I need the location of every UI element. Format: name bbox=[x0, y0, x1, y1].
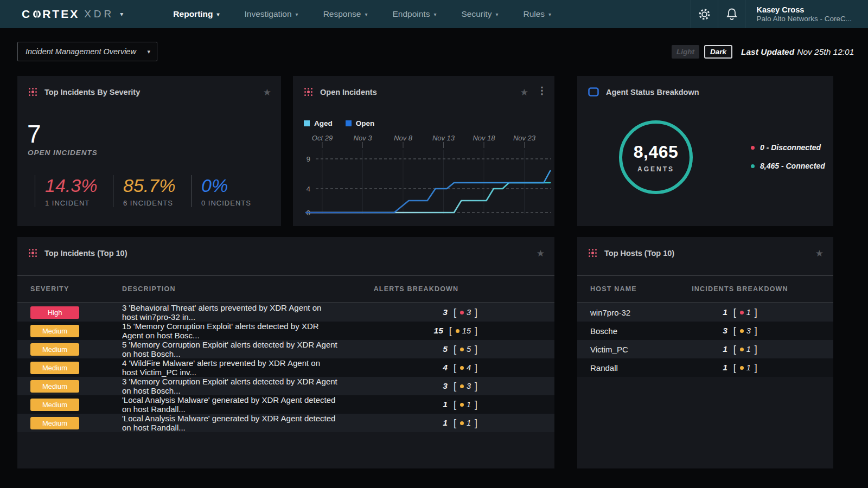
favorite-star-icon[interactable]: ★ bbox=[520, 87, 528, 98]
card-header: Agent Status Breakdown bbox=[577, 76, 833, 97]
nav-menu-item[interactable]: Reporting ▾ bbox=[173, 9, 219, 19]
widget-dots-icon bbox=[28, 87, 37, 97]
open-incident-count-label: OPEN INCIDENTS bbox=[28, 149, 98, 157]
host-name: win7pro-32 bbox=[577, 308, 686, 317]
severity-badge: Medium bbox=[30, 325, 79, 337]
chart-legend: Aged Open bbox=[304, 119, 374, 127]
severity-stat[interactable]: 85.7% 6 INCIDENTS bbox=[113, 175, 191, 207]
alert-dot bbox=[460, 348, 464, 351]
settings-button[interactable] bbox=[691, 0, 718, 28]
svg-text:9: 9 bbox=[307, 155, 310, 163]
nav-menu-item[interactable]: Endpoints ▾ bbox=[392, 9, 436, 19]
card-open-incidents: Open Incidents ★ ⋮ Aged Open Oct 29Nov 3… bbox=[293, 76, 554, 226]
agents-legend-item[interactable]: 8,465 - Connected bbox=[751, 162, 825, 170]
nav-menu: Reporting ▾ Investigation ▾ Response ▾ E… bbox=[173, 9, 551, 19]
chevron-down-icon: ▾ bbox=[495, 11, 498, 17]
host-name: Bosche bbox=[577, 326, 686, 336]
severity-stat[interactable]: 0% 0 INCIDENTS bbox=[191, 175, 269, 207]
favorite-star-icon[interactable]: ★ bbox=[537, 248, 545, 259]
incidents-table-body: High 3 'Behavioral Threat' alerts preven… bbox=[17, 303, 554, 432]
dashboard-selector-value: Incident Management Overview bbox=[18, 47, 147, 56]
theme-and-updated: Light Dark Last UpdatedNov 25th 12:01 bbox=[672, 45, 854, 59]
incident-row[interactable]: Medium 'Local Analysis Malware' generate… bbox=[17, 414, 554, 432]
legend-item[interactable]: Aged bbox=[304, 119, 333, 127]
favorite-star-icon[interactable]: ★ bbox=[263, 87, 271, 98]
incident-description: 5 'Memory Corruption Exploit' alerts det… bbox=[122, 340, 337, 358]
incident-row[interactable]: Medium 3 'Memory Corruption Exploit' ale… bbox=[17, 377, 554, 395]
severity-badge: Medium bbox=[30, 417, 79, 429]
card-header: Top Incidents By Severity bbox=[17, 76, 281, 97]
incident-dot bbox=[740, 348, 744, 351]
alert-dot bbox=[460, 311, 464, 314]
card-top-hosts-table: Top Hosts (Top 10) ★ HOST NAME INCIDENTS… bbox=[577, 237, 833, 468]
host-row[interactable]: Randall 1 [ 1 ] bbox=[577, 358, 833, 377]
legend-swatch bbox=[304, 120, 310, 126]
svg-text:Oct 29: Oct 29 bbox=[312, 134, 333, 142]
card-agent-status-breakdown: Agent Status Breakdown 8,465 AGENTS 0 - … bbox=[577, 76, 833, 226]
card-header: Top Hosts (Top 10) bbox=[577, 237, 833, 258]
severity-percent: 14.3% bbox=[45, 175, 113, 196]
light-theme-button[interactable]: Light bbox=[672, 45, 699, 59]
incident-row[interactable]: High 3 'Behavioral Threat' alerts preven… bbox=[17, 303, 554, 322]
card-title: Agent Status Breakdown bbox=[606, 88, 699, 97]
agents-total: 8,465 bbox=[634, 142, 679, 162]
last-updated: Last UpdatedNov 25th 12:01 bbox=[741, 47, 854, 57]
severity-count-label: 6 INCIDENTS bbox=[123, 199, 191, 207]
host-row[interactable]: win7pro-32 1 [ 1 ] bbox=[577, 303, 833, 322]
favorite-star-icon[interactable]: ★ bbox=[815, 248, 824, 259]
incident-description: 3 'Behavioral Threat' alerts prevented b… bbox=[122, 303, 337, 322]
host-row[interactable]: Bosche 3 [ 3 ] bbox=[577, 322, 833, 340]
svg-text:4: 4 bbox=[307, 185, 310, 193]
severity-stats: 14.3% 1 INCIDENT 85.7% 6 INCIDENTS 0% 0 … bbox=[35, 175, 269, 207]
dashboard-selector[interactable]: Incident Management Overview ▾ bbox=[17, 42, 157, 61]
host-name: Victim_PC bbox=[577, 345, 686, 354]
card-top-incidents-by-severity: Top Incidents By Severity ★ 7 OPEN INCID… bbox=[17, 76, 281, 226]
user-name: Kasey Cross bbox=[756, 5, 852, 15]
incident-row[interactable]: Medium 4 'WildFire Malware' alerts preve… bbox=[17, 358, 554, 377]
widget-dots-icon bbox=[588, 248, 597, 258]
chevron-down-icon: ▾ bbox=[296, 11, 298, 17]
alerts-breakdown: 3 [ 3 ] bbox=[337, 381, 495, 392]
alerts-breakdown: 3 [ 3 ] bbox=[337, 307, 495, 318]
card-top-incidents-table: Top Incidents (Top 10) ★ SEVERITY DESCRI… bbox=[17, 237, 554, 468]
agents-legend-item[interactable]: 0 - Disconnected bbox=[751, 143, 825, 152]
incident-dot bbox=[740, 329, 744, 333]
widget-dots-icon bbox=[28, 248, 37, 258]
nav-menu-item[interactable]: Response ▾ bbox=[323, 9, 368, 19]
severity-stat[interactable]: 14.3% 1 INCIDENT bbox=[35, 175, 113, 207]
dark-theme-button[interactable]: Dark bbox=[704, 45, 732, 59]
nav-menu-item[interactable]: Investigation ▾ bbox=[245, 9, 298, 19]
incident-row[interactable]: Medium 15 'Memory Corruption Exploit' al… bbox=[17, 322, 554, 340]
cortex-xdr-logo[interactable]: CRTEX XDR ▾ bbox=[22, 8, 123, 21]
chevron-down-icon: ▾ bbox=[217, 11, 220, 17]
card-header: Top Incidents (Top 10) bbox=[17, 237, 554, 258]
legend-item[interactable]: Open bbox=[346, 119, 375, 127]
column-header-alerts-breakdown: ALERTS BREAKDOWN bbox=[337, 285, 495, 293]
incident-row[interactable]: Medium 'Local Analysis Malware' generate… bbox=[17, 395, 554, 414]
nav-menu-item[interactable]: Rules ▾ bbox=[523, 9, 551, 19]
card-title: Top Incidents By Severity bbox=[44, 88, 140, 97]
logo-product: XDR bbox=[84, 8, 114, 20]
incidents-breakdown: 1 [ 1 ] bbox=[686, 344, 794, 355]
alert-dot bbox=[460, 366, 464, 370]
incident-row[interactable]: Medium 5 'Memory Corruption Exploit' ale… bbox=[17, 340, 554, 358]
card-title: Top Hosts (Top 10) bbox=[604, 249, 674, 258]
agents-total-label: AGENTS bbox=[637, 165, 674, 173]
legend-dot bbox=[751, 146, 755, 150]
nav-menu-item[interactable]: Security ▾ bbox=[461, 9, 498, 19]
card-header: Open Incidents bbox=[293, 76, 554, 97]
kebab-menu-icon[interactable]: ⋮ bbox=[537, 86, 547, 95]
severity-badge: Medium bbox=[30, 399, 79, 411]
cortex-o-icon bbox=[33, 10, 41, 18]
card-title: Open Incidents bbox=[320, 88, 377, 97]
incidents-breakdown: 1 [ 1 ] bbox=[686, 362, 794, 374]
alerts-breakdown: 1 [ 1 ] bbox=[337, 399, 495, 410]
open-incidents-line-chart[interactable]: Oct 29Nov 3Nov 8Nov 13Nov 18Nov 23049 bbox=[295, 130, 552, 221]
agents-legend: 0 - Disconnected 8,465 - Connected bbox=[751, 143, 825, 170]
dropdown-caret-icon: ▾ bbox=[147, 48, 150, 55]
chevron-down-icon: ▾ bbox=[548, 11, 551, 17]
notifications-button[interactable] bbox=[718, 0, 745, 28]
host-row[interactable]: Victim_PC 1 [ 1 ] bbox=[577, 340, 833, 358]
user-menu[interactable]: Kasey Cross Palo Alto Networks - CoreC..… bbox=[745, 0, 868, 28]
alert-dot bbox=[460, 403, 464, 407]
